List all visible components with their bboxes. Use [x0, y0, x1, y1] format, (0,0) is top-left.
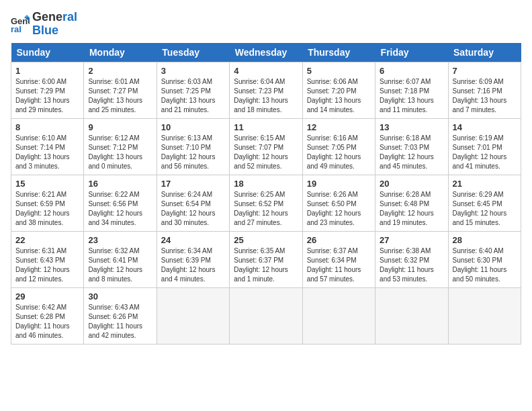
calendar-cell: 13Sunrise: 6:18 AM Sunset: 7:03 PM Dayli… — [375, 118, 448, 175]
calendar-cell: 17Sunrise: 6:24 AM Sunset: 6:54 PM Dayli… — [157, 175, 229, 231]
calendar-cell: 28Sunrise: 6:40 AM Sunset: 6:30 PM Dayli… — [448, 231, 521, 287]
calendar-cell: 29Sunrise: 6:42 AM Sunset: 6:28 PM Dayli… — [11, 287, 84, 344]
col-header-monday: Monday — [84, 43, 157, 62]
cell-details: Sunrise: 6:00 AM Sunset: 7:29 PM Dayligh… — [15, 77, 79, 115]
day-number: 21 — [453, 179, 517, 189]
day-number: 26 — [307, 235, 371, 245]
svg-text:ral: ral — [11, 24, 21, 34]
day-number: 4 — [234, 66, 298, 76]
calendar-cell: 1Sunrise: 6:00 AM Sunset: 7:29 PM Daylig… — [11, 62, 84, 118]
week-row-3: 15Sunrise: 6:21 AM Sunset: 6:59 PM Dayli… — [11, 175, 521, 231]
calendar-cell: 27Sunrise: 6:38 AM Sunset: 6:32 PM Dayli… — [375, 231, 448, 287]
cell-details: Sunrise: 6:12 AM Sunset: 7:12 PM Dayligh… — [88, 134, 152, 171]
day-number: 25 — [234, 235, 298, 245]
day-number: 5 — [307, 66, 371, 76]
day-number: 14 — [453, 122, 517, 132]
cell-details: Sunrise: 6:04 AM Sunset: 7:23 PM Dayligh… — [234, 77, 298, 115]
page-header: Gene ral GeneralBlue — [11, 11, 521, 38]
col-header-saturday: Saturday — [448, 43, 521, 62]
calendar-cell: 2Sunrise: 6:01 AM Sunset: 7:27 PM Daylig… — [84, 62, 157, 118]
calendar-table: SundayMondayTuesdayWednesdayThursdayFrid… — [11, 43, 521, 345]
day-number: 1 — [15, 66, 79, 76]
calendar-cell: 14Sunrise: 6:19 AM Sunset: 7:01 PM Dayli… — [448, 118, 521, 175]
calendar-cell: 30Sunrise: 6:43 AM Sunset: 6:26 PM Dayli… — [84, 287, 157, 344]
calendar-cell: 24Sunrise: 6:34 AM Sunset: 6:39 PM Dayli… — [157, 231, 229, 287]
calendar-cell: 21Sunrise: 6:29 AM Sunset: 6:45 PM Dayli… — [448, 175, 521, 231]
calendar-cell: 12Sunrise: 6:16 AM Sunset: 7:05 PM Dayli… — [302, 118, 375, 175]
cell-details: Sunrise: 6:37 AM Sunset: 6:34 PM Dayligh… — [307, 246, 371, 284]
day-number: 6 — [380, 66, 443, 76]
cell-details: Sunrise: 6:34 AM Sunset: 6:39 PM Dayligh… — [161, 246, 225, 284]
cell-details: Sunrise: 6:06 AM Sunset: 7:20 PM Dayligh… — [307, 77, 371, 115]
cell-details: Sunrise: 6:25 AM Sunset: 6:52 PM Dayligh… — [234, 190, 298, 228]
cell-details: Sunrise: 6:10 AM Sunset: 7:14 PM Dayligh… — [15, 134, 79, 171]
calendar-cell: 18Sunrise: 6:25 AM Sunset: 6:52 PM Dayli… — [230, 175, 302, 231]
col-header-sunday: Sunday — [11, 43, 84, 62]
calendar-cell: 3Sunrise: 6:03 AM Sunset: 7:25 PM Daylig… — [157, 62, 229, 118]
cell-details: Sunrise: 6:26 AM Sunset: 6:50 PM Dayligh… — [307, 190, 371, 228]
calendar-cell — [302, 287, 375, 344]
cell-details: Sunrise: 6:16 AM Sunset: 7:05 PM Dayligh… — [307, 134, 371, 171]
calendar-cell: 7Sunrise: 6:09 AM Sunset: 7:16 PM Daylig… — [448, 62, 521, 118]
day-number: 10 — [161, 122, 225, 132]
cell-details: Sunrise: 6:07 AM Sunset: 7:18 PM Dayligh… — [380, 77, 443, 115]
day-number: 23 — [88, 235, 152, 245]
calendar-cell: 11Sunrise: 6:15 AM Sunset: 7:07 PM Dayli… — [230, 118, 302, 175]
day-number: 2 — [88, 66, 152, 76]
day-number: 19 — [307, 179, 371, 189]
cell-details: Sunrise: 6:09 AM Sunset: 7:16 PM Dayligh… — [453, 77, 517, 115]
day-number: 11 — [234, 122, 298, 132]
calendar-cell: 6Sunrise: 6:07 AM Sunset: 7:18 PM Daylig… — [375, 62, 448, 118]
cell-details: Sunrise: 6:24 AM Sunset: 6:54 PM Dayligh… — [161, 190, 225, 228]
logo-icon: Gene ral — [11, 15, 30, 34]
calendar-cell: 19Sunrise: 6:26 AM Sunset: 6:50 PM Dayli… — [302, 175, 375, 231]
calendar-cell: 5Sunrise: 6:06 AM Sunset: 7:20 PM Daylig… — [302, 62, 375, 118]
calendar-cell: 4Sunrise: 6:04 AM Sunset: 7:23 PM Daylig… — [230, 62, 302, 118]
week-row-1: 1Sunrise: 6:00 AM Sunset: 7:29 PM Daylig… — [11, 62, 521, 118]
day-number: 30 — [88, 291, 152, 302]
cell-details: Sunrise: 6:43 AM Sunset: 6:26 PM Dayligh… — [88, 303, 152, 340]
cell-details: Sunrise: 6:01 AM Sunset: 7:27 PM Dayligh… — [88, 77, 152, 115]
calendar-cell: 10Sunrise: 6:13 AM Sunset: 7:10 PM Dayli… — [157, 118, 229, 175]
col-header-thursday: Thursday — [302, 43, 375, 62]
cell-details: Sunrise: 6:40 AM Sunset: 6:30 PM Dayligh… — [453, 246, 517, 284]
calendar-cell — [375, 287, 448, 344]
calendar-cell: 9Sunrise: 6:12 AM Sunset: 7:12 PM Daylig… — [84, 118, 157, 175]
day-number: 16 — [88, 179, 152, 189]
cell-details: Sunrise: 6:13 AM Sunset: 7:10 PM Dayligh… — [161, 134, 225, 171]
week-row-2: 8Sunrise: 6:10 AM Sunset: 7:14 PM Daylig… — [11, 118, 521, 175]
day-number: 12 — [307, 122, 371, 132]
logo: Gene ral GeneralBlue — [11, 11, 77, 38]
cell-details: Sunrise: 6:42 AM Sunset: 6:28 PM Dayligh… — [15, 303, 79, 340]
calendar-cell — [157, 287, 229, 344]
cell-details: Sunrise: 6:28 AM Sunset: 6:48 PM Dayligh… — [380, 190, 443, 228]
calendar-cell — [448, 287, 521, 344]
day-number: 18 — [234, 179, 298, 189]
cell-details: Sunrise: 6:15 AM Sunset: 7:07 PM Dayligh… — [234, 134, 298, 171]
day-number: 29 — [15, 291, 79, 302]
col-header-wednesday: Wednesday — [230, 43, 302, 62]
day-number: 9 — [88, 122, 152, 132]
day-number: 20 — [380, 179, 443, 189]
day-number: 22 — [15, 235, 79, 245]
calendar-cell: 15Sunrise: 6:21 AM Sunset: 6:59 PM Dayli… — [11, 175, 84, 231]
cell-details: Sunrise: 6:32 AM Sunset: 6:41 PM Dayligh… — [88, 246, 152, 284]
week-row-5: 29Sunrise: 6:42 AM Sunset: 6:28 PM Dayli… — [11, 287, 521, 344]
day-number: 3 — [161, 66, 225, 76]
cell-details: Sunrise: 6:31 AM Sunset: 6:43 PM Dayligh… — [15, 246, 79, 284]
day-number: 15 — [15, 179, 79, 189]
day-number: 13 — [380, 122, 443, 132]
day-number: 8 — [15, 122, 79, 132]
cell-details: Sunrise: 6:19 AM Sunset: 7:01 PM Dayligh… — [453, 134, 517, 171]
calendar-cell: 25Sunrise: 6:35 AM Sunset: 6:37 PM Dayli… — [230, 231, 302, 287]
calendar-cell: 20Sunrise: 6:28 AM Sunset: 6:48 PM Dayli… — [375, 175, 448, 231]
cell-details: Sunrise: 6:03 AM Sunset: 7:25 PM Dayligh… — [161, 77, 225, 115]
day-number: 7 — [453, 66, 517, 76]
day-number: 17 — [161, 179, 225, 189]
cell-details: Sunrise: 6:29 AM Sunset: 6:45 PM Dayligh… — [453, 190, 517, 228]
calendar-cell: 23Sunrise: 6:32 AM Sunset: 6:41 PM Dayli… — [84, 231, 157, 287]
col-header-tuesday: Tuesday — [157, 43, 229, 62]
day-number: 28 — [453, 235, 517, 245]
week-row-4: 22Sunrise: 6:31 AM Sunset: 6:43 PM Dayli… — [11, 231, 521, 287]
cell-details: Sunrise: 6:18 AM Sunset: 7:03 PM Dayligh… — [380, 134, 443, 171]
